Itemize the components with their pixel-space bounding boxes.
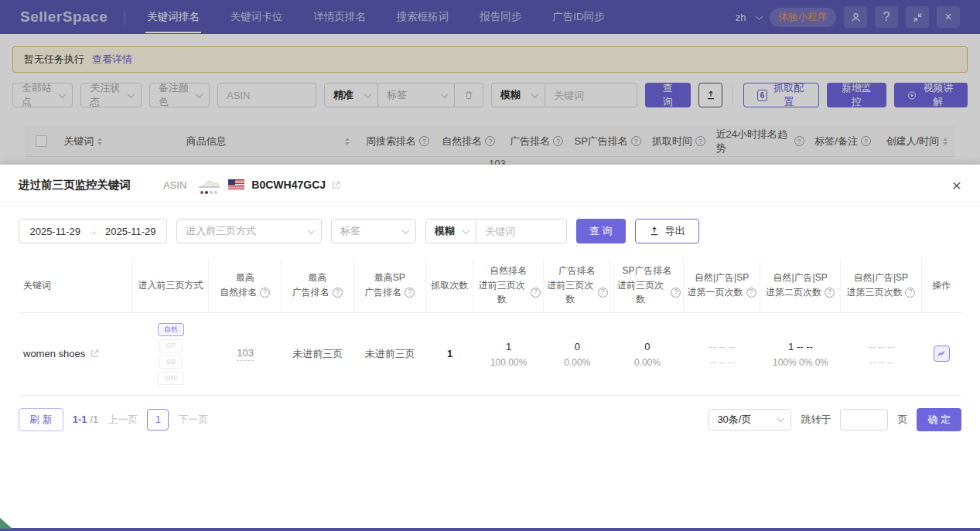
prev-page-button[interactable]: 上一页 (108, 413, 138, 427)
actions-cell (922, 345, 961, 362)
page-total: /1 (90, 414, 98, 425)
info-icon[interactable] (671, 288, 681, 298)
page1-count-cell: -- -- -- -- -- -- (684, 339, 760, 369)
info-icon[interactable] (746, 288, 756, 298)
background-page: SellerSpace 关键词排名 关键词卡位 详情页排名 搜索框拓词 报告同步… (0, 0, 980, 165)
col-best-natural-rank: 最高 自然排名 (209, 258, 282, 312)
col-ad-top3-count: 广告排名 进前三页次数 (544, 258, 611, 312)
external-link-icon (90, 349, 100, 359)
top3-keywords-modal: 进过前三页监控关键词 ASIN (0, 165, 980, 528)
best-sp-ad-rank-cell: 未进前三页 (354, 347, 427, 361)
keyword-text: women shoes (23, 348, 85, 359)
open-keyword-link[interactable] (90, 349, 100, 359)
product-thumbnail (197, 175, 220, 194)
keyword-cell: women shoes (19, 348, 133, 359)
col-best-ad-rank: 最高 广告排名 (282, 258, 354, 312)
upload-icon (649, 226, 660, 237)
jump-page-input[interactable] (840, 409, 888, 431)
col-crawl-count: 抓取次数 (426, 258, 473, 312)
info-icon[interactable] (405, 288, 415, 298)
modal-backdrop[interactable] (0, 0, 980, 165)
modal-keyword-input[interactable] (485, 226, 559, 237)
page-range: 1-1 (73, 414, 87, 425)
modal-title: 进过前三页监控关键词 (19, 178, 131, 192)
page3-count-cell: -- -- -- -- -- -- (841, 339, 921, 369)
info-icon[interactable] (825, 288, 835, 298)
modal-tag-select[interactable]: 标签 (331, 219, 416, 243)
info-icon[interactable] (531, 288, 541, 298)
chevron-down-icon (308, 226, 316, 234)
ad-top3-cell: 0 0.00% (544, 339, 611, 369)
next-page-button[interactable]: 下一页 (178, 413, 208, 427)
variant-color-dots (200, 191, 217, 194)
date-range-picker[interactable]: 2025-11-29 2025-11-29 (19, 219, 167, 243)
crawl-count-cell: 1 (426, 348, 473, 359)
info-icon[interactable] (598, 288, 608, 298)
info-icon[interactable] (333, 288, 343, 298)
corner-decoration (0, 518, 12, 529)
date-from: 2025-11-29 (29, 226, 80, 237)
pagination-bar: 刷 新 1-1 /1 上一页 1 下一页 30条/页 跳转于 页 确 定 (0, 396, 980, 444)
table-row: women shoes 自然 SP SB SBV 103 未进前三页 未进前三页… (19, 313, 961, 396)
col-natural-top3-count: 自然排名 进前三页次数 (473, 258, 544, 312)
modal-header: 进过前三页监控关键词 ASIN (0, 165, 980, 206)
best-natural-rank-cell: 103 (209, 347, 282, 361)
external-link-icon (331, 180, 341, 190)
modal-keyword-input-wrap (476, 219, 567, 243)
open-listing-link[interactable] (331, 180, 341, 190)
modal-close-button[interactable] (952, 177, 961, 193)
info-icon[interactable] (905, 288, 915, 298)
modal-fuzzy-select[interactable]: 模糊 (425, 219, 476, 243)
page-unit-label: 页 (897, 413, 907, 427)
col-actions: 操作 (922, 258, 961, 312)
current-page-button[interactable]: 1 (147, 409, 169, 431)
refresh-button[interactable]: 刷 新 (19, 408, 63, 431)
col-page2-count: 自然|广告|SP 进第二页次数 (760, 258, 841, 312)
col-page1-count: 自然|广告|SP 进第一页次数 (684, 258, 760, 312)
badge-sb: SB (159, 356, 183, 369)
col-best-sp-ad-rank: 最高SP 广告排名 (354, 258, 427, 312)
trend-chart-button[interactable] (934, 345, 950, 362)
modal-table-header: 关键词 进入前三页方式 最高 自然排名 最高 广告排名 最高SP 广告排名 抓取… (19, 258, 961, 313)
sp-top3-cell: 0 0.00% (611, 339, 685, 369)
natural-top3-cell: 1 100.00% (473, 339, 544, 369)
page-size-select[interactable]: 30条/页 (708, 409, 791, 431)
col-sp-top3-count: SP广告排名 进前三页次数 (611, 258, 685, 312)
badge-sbv: SBV (158, 372, 184, 385)
rank-value-link[interactable]: 103 (237, 347, 254, 361)
modal-filter-bar: 2025-11-29 2025-11-29 进入前三页方式 标签 模糊 查 询 … (0, 206, 980, 255)
modal-search-button[interactable]: 查 询 (576, 219, 626, 243)
entry-method-select[interactable]: 进入前三页方式 (176, 219, 322, 243)
modal-table: 关键词 进入前三页方式 最高 自然排名 最高 广告排名 最高SP 广告排名 抓取… (19, 258, 961, 396)
best-ad-rank-cell: 未进前三页 (282, 347, 354, 361)
chevron-down-icon (777, 414, 785, 422)
us-flag-icon (228, 179, 244, 190)
line-chart-icon (937, 349, 946, 359)
modal-export-button[interactable]: 导出 (635, 219, 699, 243)
jump-label: 跳转于 (801, 413, 831, 427)
entry-method-cell: 自然 SP SB SBV (133, 323, 210, 385)
chevron-down-icon (463, 226, 470, 234)
date-to: 2025-11-29 (105, 226, 156, 237)
col-page3-count: 自然|广告|SP 进第三页次数 (841, 258, 921, 312)
arrow-right-icon (88, 226, 97, 237)
badge-natural: 自然 (158, 323, 184, 336)
col-entry-method: 进入前三页方式 (133, 258, 210, 312)
info-icon[interactable] (260, 288, 270, 298)
asin-label: ASIN (163, 179, 186, 191)
col-keyword: 关键词 (19, 258, 133, 312)
asin-value: B0CWH47GCJ (251, 179, 326, 191)
bottom-purple-strip (0, 528, 980, 531)
badge-sp: SP (159, 339, 183, 352)
page2-count-cell: 1 -- -- 100% 0% 0% (760, 339, 841, 369)
modal-keyword-filter-group: 模糊 (425, 219, 567, 243)
chevron-down-icon (402, 226, 410, 234)
shoe-image (197, 175, 220, 190)
confirm-jump-button[interactable]: 确 定 (917, 408, 961, 431)
